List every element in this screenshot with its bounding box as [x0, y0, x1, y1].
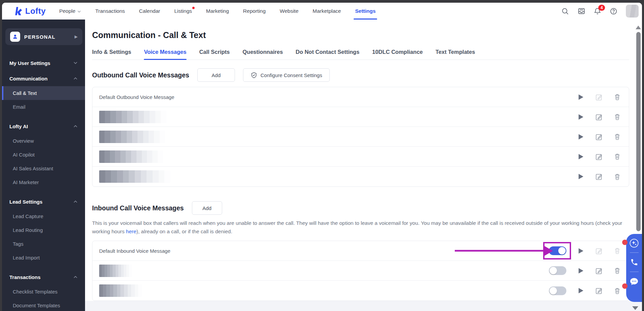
nav-item-reporting[interactable]: Reporting: [243, 3, 266, 20]
play-icon[interactable]: [577, 247, 585, 254]
widget-divider: [630, 272, 639, 272]
table-row: Default Inbound Voice Message: [92, 241, 629, 261]
delete-icon[interactable]: [613, 287, 621, 295]
configure-consent-settings-button[interactable]: Configure Consent Settings: [243, 68, 330, 82]
chevron-right-icon: ▶: [75, 34, 78, 39]
outbound-add-button[interactable]: Add: [197, 68, 235, 82]
voice-message-toggle[interactable]: [549, 266, 566, 275]
play-icon[interactable]: [577, 287, 585, 295]
edit-icon: [595, 93, 603, 101]
tab-call-scripts[interactable]: Call Scripts: [199, 49, 230, 60]
annotation-arrow: [455, 250, 544, 252]
edit-icon[interactable]: [595, 113, 603, 120]
sidebar-section-communication[interactable]: Communication: [2, 71, 85, 86]
working-hours-link[interactable]: here: [126, 229, 136, 234]
redacted-voice-message-name: [99, 170, 170, 183]
sidebar-item-call-and-text[interactable]: Call & Text: [2, 86, 85, 100]
widget-collapse-arrow[interactable]: [631, 304, 640, 311]
outbound-heading: Outbound Call Voice Messages: [92, 71, 189, 79]
nav-item-settings[interactable]: Settings: [355, 3, 375, 20]
edit-icon[interactable]: [595, 267, 603, 274]
app-window: Lofty People Transactions Calendar Listi…: [2, 3, 642, 311]
play-icon[interactable]: [577, 93, 585, 101]
play-icon[interactable]: [577, 267, 585, 274]
widget-divider: [630, 252, 639, 253]
sidebar-item-ai-marketer[interactable]: AI Marketer: [2, 175, 85, 189]
nav-item-marketing[interactable]: Marketing: [206, 3, 229, 20]
table-row: [92, 261, 629, 281]
nav-utilities: 4: [561, 3, 639, 20]
chat-bubble-icon[interactable]: [629, 276, 639, 286]
edit-icon[interactable]: [595, 153, 603, 160]
edit-icon[interactable]: [595, 173, 603, 180]
chevron-down-icon: [77, 10, 81, 13]
delete-icon[interactable]: [613, 153, 621, 160]
help-icon[interactable]: [610, 7, 618, 15]
delete-icon[interactable]: [613, 173, 621, 180]
play-icon[interactable]: [577, 153, 585, 160]
inbox-icon[interactable]: [577, 7, 586, 15]
voice-message-name: Default Inbound Voice Message: [99, 248, 170, 254]
sidebar-item-document-templates[interactable]: Document Templates: [2, 299, 85, 311]
nav-item-listings[interactable]: Listings: [174, 3, 192, 20]
delete-icon[interactable]: [613, 113, 621, 120]
sidebar-item-ai-copilot[interactable]: AI Copilot: [2, 148, 85, 162]
widget-notification-dot: [622, 240, 628, 245]
play-icon[interactable]: [577, 173, 585, 180]
phone-icon[interactable]: [629, 257, 639, 267]
scrollbar-thumb[interactable]: [636, 32, 641, 231]
nav-item-calendar[interactable]: Calendar: [139, 3, 160, 20]
play-icon[interactable]: [577, 113, 585, 120]
tab-questionnaires[interactable]: Questionnaires: [242, 49, 283, 60]
nav-item-website[interactable]: Website: [280, 3, 298, 20]
sidebar-section-transactions[interactable]: Transactions: [2, 269, 85, 285]
shield-check-icon: [251, 72, 257, 78]
sidebar-item-lead-routing[interactable]: Lead Routing: [2, 223, 85, 237]
edit-icon[interactable]: [595, 287, 603, 295]
account-switcher[interactable]: PERSONAL ▶: [5, 28, 82, 45]
top-navigation: Lofty People Transactions Calendar Listi…: [2, 3, 642, 20]
redacted-voice-message-name: [99, 111, 166, 123]
sidebar-section-my-user-settings[interactable]: My User Settings: [2, 55, 85, 71]
sidebar-item-lead-import[interactable]: Lead Import: [2, 251, 85, 265]
tab-do-not-contact-settings[interactable]: Do Not Contact Settings: [296, 49, 360, 60]
delete-icon[interactable]: [613, 93, 621, 101]
sidebar-section-lofty-ai[interactable]: Lofty AI: [2, 118, 85, 134]
chevron-down-icon: [73, 62, 78, 64]
scroll-up-arrow[interactable]: [636, 26, 641, 29]
edit-icon[interactable]: [595, 133, 603, 140]
ai-assistant-icon[interactable]: [629, 238, 639, 248]
sidebar-section-lead-settings[interactable]: Lead Settings: [2, 194, 85, 209]
sidebar-item-checklist-templates[interactable]: Checklist Templates: [2, 285, 85, 299]
chevron-up-icon: [73, 200, 78, 203]
user-avatar[interactable]: [626, 5, 639, 18]
nav-item-marketplace[interactable]: Marketplace: [313, 3, 341, 20]
tab-text-templates[interactable]: Text Templates: [436, 49, 475, 60]
tab-10dlc-compliance[interactable]: 10DLC Compliance: [372, 49, 422, 60]
nav-item-people[interactable]: People: [59, 3, 81, 20]
tab-voice-messages[interactable]: Voice Messages: [144, 49, 186, 60]
delete-icon[interactable]: [613, 267, 621, 274]
lofty-logo-icon: [13, 6, 23, 16]
sidebar-item-tags[interactable]: Tags: [2, 237, 85, 251]
search-icon[interactable]: [561, 7, 569, 15]
lofty-logo[interactable]: Lofty: [13, 3, 46, 20]
inbound-description: This is your voicemail box that callers …: [92, 219, 623, 236]
redacted-voice-message-name: [99, 150, 163, 163]
table-row: [92, 107, 629, 127]
tab-info-settings[interactable]: Info & Settings: [92, 49, 131, 60]
inbound-add-button[interactable]: Add: [192, 201, 222, 215]
notifications-bell-icon[interactable]: 4: [594, 7, 602, 15]
delete-icon[interactable]: [613, 133, 621, 140]
voice-message-toggle[interactable]: [549, 246, 566, 255]
table-row: [92, 147, 629, 167]
table-row: Default Outbound Voice Message: [92, 87, 629, 107]
redacted-voice-message-name: [99, 284, 142, 297]
sidebar-item-ai-sales-assistant[interactable]: AI Sales Assistant: [2, 162, 85, 175]
play-icon[interactable]: [577, 133, 585, 140]
sidebar-item-email[interactable]: Email: [2, 100, 85, 114]
sidebar-item-lead-capture[interactable]: Lead Capture: [2, 209, 85, 223]
sidebar-item-overview[interactable]: Overview: [2, 134, 85, 148]
nav-item-transactions[interactable]: Transactions: [95, 3, 125, 20]
voice-message-toggle[interactable]: [549, 286, 566, 295]
